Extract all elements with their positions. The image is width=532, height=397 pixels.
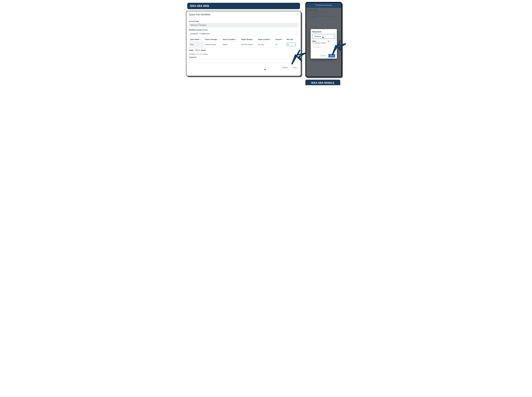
cell-new-qty — [285, 41, 298, 48]
sort-icon: ⇅ — [253, 39, 254, 40]
workflow-select-value: Feedback -> Feedbacked — [189, 32, 298, 36]
cell-source-location: Master — [221, 41, 240, 48]
col-target-storage[interactable]: Target Storage⇅ — [240, 37, 257, 41]
mobile-header-title: Pending movements — [311, 4, 337, 6]
cell-target-storage: Sea Star Default — [240, 41, 257, 48]
back-icon[interactable]: 〈 — [308, 4, 309, 6]
movement-dialog-title: Movement — [312, 31, 335, 33]
col-source-location-label: Source Location — [223, 38, 235, 40]
cancel-button[interactable]: Cancel — [320, 55, 326, 57]
web-title-text: IDEA SBA WEB — [190, 5, 209, 7]
col-new-qty-label: New Qty — [287, 38, 293, 40]
movement-type-value: Feedback — [314, 36, 321, 37]
confirm-button[interactable]: Confirm — [280, 66, 290, 70]
mobile-header: 〈 Pending movements — [306, 3, 341, 8]
close-icon[interactable]: × — [296, 13, 298, 16]
sort-icon: ⇅ — [270, 39, 271, 40]
sort-icon: ⇅ — [282, 39, 283, 40]
col-target-location-label: Target Location — [258, 38, 270, 40]
new-qty-input[interactable] — [287, 43, 296, 46]
movement-actions: Cancel Send — [312, 54, 335, 57]
movement-comment-input[interactable]: Comment — [312, 45, 335, 51]
mobile-title-bar: IDEA SBA MOBILE — [305, 80, 340, 85]
col-spare-name[interactable]: Spare Name▲ — [189, 37, 204, 41]
modal-footer: Confirm Close — [186, 64, 301, 71]
sort-asc-icon: ▲ — [200, 39, 201, 40]
chevron-down-icon: ▾ — [333, 36, 334, 37]
cell-spare-name: Filter — [189, 41, 204, 48]
movement-item-name: Filter — [312, 40, 326, 42]
modal-title: Spare Part Workflow — [189, 13, 210, 16]
col-source-storage[interactable]: Source Storage⇅ — [204, 37, 221, 41]
modal-body: Current state Waiting For Recipient Work… — [186, 18, 301, 64]
sort-icon: ⇅ — [236, 39, 237, 40]
movement-item-row: Filter To: Sea Star Default 10 — [312, 40, 335, 44]
current-state-label: Current state — [189, 20, 298, 22]
workflow-select[interactable]: Feedback -> Feedbacked — [189, 32, 298, 36]
col-source-location[interactable]: Source Location⇅ — [221, 37, 240, 41]
sort-icon: ⇅ — [218, 39, 218, 40]
entries-select[interactable]: 10 — [194, 49, 200, 52]
send-button[interactable]: Send — [328, 54, 335, 57]
cell-source-storage: Default storage — [204, 41, 221, 48]
movement-type-select[interactable]: Type Feedback ▾ — [312, 34, 335, 39]
web-modal: Spare Part Workflow × Current state Wait… — [186, 11, 301, 76]
mobile-device: 〈 Pending movements Number: 1045 Done by… — [305, 2, 342, 77]
col-new-qty: New Qty — [285, 37, 298, 41]
table-row: Filter Default storage Master Sea Star D… — [189, 41, 298, 48]
comment-label: Comment — [189, 55, 298, 59]
col-target-location[interactable]: Target Location⇅ — [257, 37, 274, 41]
movement-comment-placeholder: Comment — [314, 46, 320, 48]
workflow-label: Workflow Activity to Run — [189, 29, 298, 31]
col-amount[interactable]: Amount⇅ — [274, 37, 285, 41]
close-button[interactable]: Close — [291, 66, 299, 70]
spare-table: Spare Name▲ Source Storage⇅ Source Locat… — [189, 37, 298, 48]
showing-text: Showing 1 to 1 of 1 entries — [189, 53, 298, 55]
show-entries-row: Show 10 entries — [189, 48, 298, 53]
table-header-row: Spare Name▲ Source Storage⇅ Source Locat… — [189, 37, 298, 41]
cell-target-location: Sea Star — [257, 41, 274, 48]
col-target-storage-label: Target Storage — [241, 38, 252, 40]
entries-label: entries — [201, 49, 206, 51]
col-spare-name-label: Spare Name — [190, 38, 200, 40]
cell-amount: 10 — [274, 41, 285, 48]
modal-header: Spare Part Workflow × — [186, 11, 301, 18]
movement-item-to: To: Sea Star Default — [312, 42, 326, 44]
col-source-storage-label: Source Storage — [205, 38, 217, 40]
col-amount-label: Amount — [275, 38, 282, 40]
current-state-field: Waiting For Recipient — [189, 23, 298, 27]
movement-qty-value: 10 — [328, 40, 330, 42]
movement-qty-field[interactable]: 10 — [328, 40, 335, 42]
mobile-body: Number: 1045 Done by: System Administrat… — [306, 8, 341, 77]
movement-dialog: Movement Type Feedback ▾ Filter To: Sea … — [311, 29, 337, 59]
show-label: Show — [189, 49, 193, 51]
movement-type-label: Type — [314, 33, 318, 35]
comment-input[interactable] — [189, 59, 298, 63]
mobile-title-text: IDEA SBA MOBILE — [311, 81, 334, 84]
web-title-bar: IDEA SBA WEB — [187, 3, 300, 9]
